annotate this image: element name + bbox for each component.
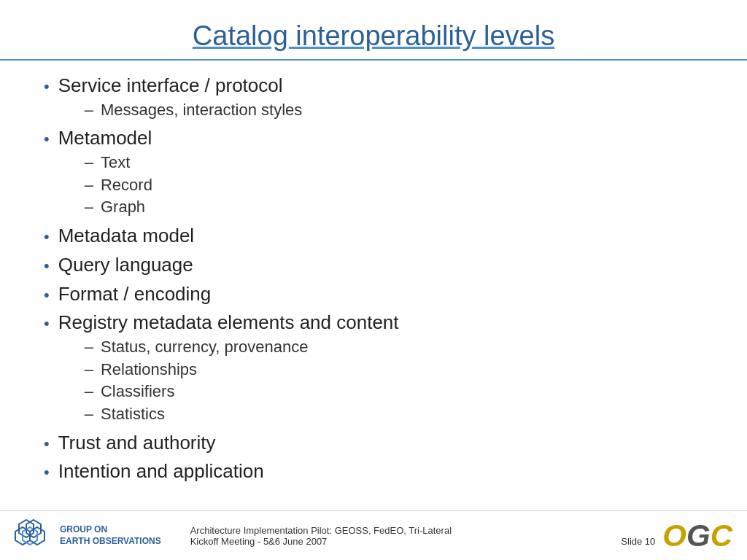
item-format: •Format / encoding [44, 282, 703, 307]
sub-relationships: –Relationships [85, 359, 399, 381]
dash-icon: – [85, 197, 93, 218]
main-list: •Service interface / protocol–Messages, … [44, 74, 703, 489]
bullet-icon: • [44, 256, 50, 277]
dash-icon: – [85, 100, 93, 121]
bullet-icon: • [44, 434, 50, 455]
item-intention: •Intention and application [44, 459, 703, 484]
sub-graph-label: Graph [101, 197, 145, 218]
item-query-label: Query language [58, 253, 193, 278]
sub-messages-label: Messages, interaction styles [101, 100, 302, 121]
footer-ogc: OGC [662, 518, 732, 553]
title-area: Catalog interoperability levels [0, 0, 747, 61]
item-metamodel-label: Metamodel–Text–Record–Graph [58, 126, 152, 219]
item-trust: •Trust and authority [44, 431, 703, 456]
item-service-sublist: –Messages, interaction styles [85, 100, 303, 121]
geo-logo-area: GROUP ON EARTH OBSERVATIONS [15, 517, 161, 555]
item-registry-sublist: –Status, currency, provenance–Relationsh… [85, 337, 399, 424]
dash-icon: – [85, 381, 93, 402]
footer-line1: Architecture Implementation Pilot: GEOSS… [190, 525, 663, 536]
item-trust-label: Trust and authority [58, 431, 216, 456]
dash-icon: – [85, 175, 93, 196]
geo-line2: EARTH OBSERVATIONS [60, 536, 161, 548]
sub-statistics: –Statistics [85, 404, 399, 425]
geo-text: GROUP ON EARTH OBSERVATIONS [60, 524, 161, 547]
bullet-icon: • [44, 227, 50, 248]
slide: Catalog interoperability levels •Service… [0, 0, 747, 560]
geo-icon [15, 517, 53, 555]
sub-graph: –Graph [85, 197, 152, 218]
dash-icon: – [85, 337, 93, 358]
sub-record: –Record [85, 175, 152, 196]
slide-label: Slide 10 [621, 536, 655, 547]
footer-center: Architecture Implementation Pilot: GEOSS… [176, 525, 663, 547]
bullet-icon: • [44, 314, 50, 335]
item-query: •Query language [44, 253, 703, 278]
sub-status-label: Status, currency, provenance [101, 337, 309, 358]
footer-line2-row: Kickoff Meeting - 5&6 June 2007 Slide 10 [190, 536, 663, 547]
sub-relationships-label: Relationships [101, 359, 197, 381]
item-metamodel: •Metamodel–Text–Record–Graph [44, 126, 703, 219]
bullet-icon: • [44, 462, 50, 483]
sub-classifiers: –Classifiers [85, 381, 399, 402]
item-format-label: Format / encoding [58, 282, 212, 307]
item-intention-label: Intention and application [58, 459, 264, 484]
footer-line2: Kickoff Meeting - 5&6 June 2007 [190, 536, 328, 547]
geo-line1: GROUP ON [60, 524, 161, 536]
sub-text: –Text [85, 152, 152, 174]
ogc-logo: OGC [662, 518, 732, 553]
sub-statistics-label: Statistics [101, 404, 165, 425]
dash-icon: – [85, 152, 93, 174]
sub-classifiers-label: Classifiers [101, 381, 174, 402]
item-metamodel-sublist: –Text–Record–Graph [85, 152, 152, 218]
slide-title: Catalog interoperability levels [44, 20, 703, 52]
item-metadata-model-label: Metadata model [58, 224, 194, 249]
footer: GROUP ON EARTH OBSERVATIONS Architecture… [0, 510, 747, 560]
item-service: •Service interface / protocol–Messages, … [44, 74, 703, 122]
bullet-icon: • [44, 129, 50, 150]
item-metadata-model: •Metadata model [44, 224, 703, 249]
content-area: •Service interface / protocol–Messages, … [0, 61, 747, 510]
dash-icon: – [85, 359, 93, 381]
bullet-icon: • [44, 77, 50, 98]
sub-messages: –Messages, interaction styles [85, 100, 303, 121]
bullet-icon: • [44, 285, 50, 306]
sub-record-label: Record [101, 175, 152, 196]
item-registry: •Registry metadata elements and content–… [44, 311, 703, 426]
sub-status: –Status, currency, provenance [85, 337, 399, 358]
sub-text-label: Text [101, 152, 130, 174]
item-registry-label: Registry metadata elements and content–S… [58, 311, 399, 426]
dash-icon: – [85, 404, 93, 425]
item-service-label: Service interface / protocol–Messages, i… [58, 74, 303, 122]
